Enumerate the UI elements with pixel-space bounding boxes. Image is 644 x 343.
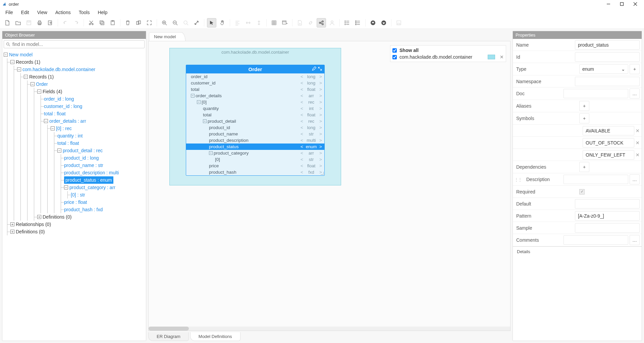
pointer-icon[interactable] [207,18,216,27]
zoom-in-icon[interactable] [160,18,169,27]
entity-field-row[interactable]: −product_category<arr> [186,150,324,156]
tree-item[interactable]: −order_details : arr [4,117,145,125]
export-icon[interactable] [46,18,55,27]
copy-icon[interactable] [97,18,107,27]
link-icon[interactable] [306,18,315,27]
entity-field-row[interactable]: −product_detail<rec> [186,118,324,124]
redo-icon[interactable] [71,18,81,27]
tree-toggle-icon[interactable]: − [10,60,14,64]
up-icon[interactable] [368,18,378,27]
down-icon[interactable] [379,18,388,27]
zoom-icon[interactable] [181,18,191,27]
expand-icon[interactable] [318,66,322,71]
list-icon[interactable] [342,18,352,27]
share-icon[interactable] [317,18,326,27]
entity-field-row[interactable]: total<float> [186,86,324,93]
fit-icon[interactable] [145,18,154,27]
legend-show-all-checkbox[interactable] [392,48,397,53]
tree-toggle-icon[interactable]: − [31,82,35,86]
entity-field-row[interactable]: −[0]<rec> [186,99,324,105]
v-arrows-icon[interactable] [254,18,264,27]
edit-icon[interactable] [312,66,316,71]
tree-item[interactable]: −Fields (4) [4,88,145,95]
print-icon[interactable] [35,18,44,27]
tree-item[interactable]: −product_detail : rec [4,147,145,154]
symbol-remove-1[interactable]: ✕ [636,140,640,146]
tree-item[interactable]: −com.hackolade.db.model.container [4,66,145,73]
entity-field-row[interactable]: quantity<int> [186,105,324,112]
save2-icon[interactable] [394,18,404,27]
tree-item[interactable]: product_status : enum [4,176,145,184]
zoom-out-icon[interactable] [170,18,180,27]
prop-sample-input[interactable] [575,223,640,233]
tree-item[interactable]: −Records (1) [4,73,145,80]
entity-field-row[interactable]: product_description<multi> [186,137,324,144]
tab-model-definitions[interactable]: Model Definitions [190,332,240,341]
menu-edit[interactable]: Edit [18,9,33,16]
tree-toggle-icon[interactable]: + [37,215,41,219]
prop-comments-more-button[interactable]: … [630,235,640,245]
tree-item[interactable]: product_id : long [4,154,145,162]
prop-symbols-add-button[interactable]: + [579,113,589,123]
prop-aliases-add-button[interactable]: + [579,101,589,111]
prop-type-select[interactable]: enum⌄ [579,64,628,74]
prop-doc-input[interactable] [564,89,628,98]
entity-field-row[interactable]: product_id<long> [186,124,324,131]
duplicate-icon[interactable] [134,18,143,27]
prop-default-input[interactable] [575,199,640,209]
entity-field-row[interactable]: [0]<str> [186,156,324,163]
diagram-container[interactable]: com.hackolade.db.model.container Order o… [169,48,341,185]
window-close-button[interactable] [629,0,642,8]
paste-icon[interactable] [108,18,117,27]
tree-toggle-icon[interactable]: − [44,119,48,123]
undo-icon[interactable] [61,18,70,27]
tree-toggle-icon[interactable]: − [57,149,61,153]
tree-toggle-icon[interactable]: − [64,185,68,189]
tree-toggle-icon[interactable]: + [10,230,14,234]
entity-order[interactable]: Order order_id<long>customer_id<long>tot… [186,65,325,176]
resize-handle[interactable] [320,171,324,175]
tree-item[interactable]: +Relationships (0) [4,221,145,228]
prop-id-input[interactable] [575,52,640,62]
window-minimize-button[interactable] [602,0,615,8]
resize-icon[interactable] [192,18,201,27]
tree-item[interactable]: −Records (1) [4,58,145,66]
entity-field-row[interactable]: customer_id<long> [186,80,324,86]
tree-item[interactable]: customer_id : long [4,103,145,110]
tab-main[interactable]: New model [149,32,185,41]
details-tab[interactable]: Details [513,246,642,256]
open-icon[interactable] [13,18,23,27]
entity-field-row[interactable]: order_id<long> [186,73,324,80]
symbol-input-2[interactable] [583,150,634,160]
symbol-remove-2[interactable]: ✕ [636,152,640,158]
tree-item[interactable]: −Order [4,80,145,88]
prop-name-input[interactable] [575,40,640,50]
entity-field-row[interactable]: product_name<str> [186,131,324,137]
entity-field-row[interactable]: price<float> [186,163,324,169]
entity-field-row[interactable]: −order_details<arr> [186,93,324,99]
entity-field-row[interactable]: product_status<enum> [186,144,324,150]
search-input-wrapper[interactable] [4,40,145,48]
menu-view[interactable]: View [34,9,51,16]
toggle-icon[interactable]: − [197,100,201,104]
tree-toggle-icon[interactable]: − [51,126,55,130]
list2-icon[interactable] [353,18,363,27]
tab-er-diagram[interactable]: ER Diagram [148,332,189,341]
legend-remove-icon[interactable]: ✕ [500,54,504,60]
tree-item[interactable]: product_description : multi [4,169,145,176]
search-input[interactable] [12,42,142,47]
tree-toggle-icon[interactable]: − [37,90,41,94]
canvas-scrollbar-h[interactable] [149,327,510,331]
menu-tools[interactable]: Tools [75,9,93,16]
tree-item[interactable]: product_name : str [4,162,145,169]
prop-doc-more-button[interactable]: … [630,89,640,99]
prop-dependencies-add-button[interactable]: + [579,162,589,172]
tree-item[interactable]: order_id : long [4,95,145,103]
symbol-input-1[interactable] [583,138,634,148]
tree-item[interactable]: +Definitions (0) [4,213,145,221]
tree-item[interactable]: quantity : int [4,132,145,139]
delete-icon[interactable] [123,18,132,27]
tree-toggle-icon[interactable]: + [10,222,14,226]
tree-item[interactable]: product_hash : fxd [4,206,145,213]
toggle-icon[interactable]: − [203,119,207,123]
